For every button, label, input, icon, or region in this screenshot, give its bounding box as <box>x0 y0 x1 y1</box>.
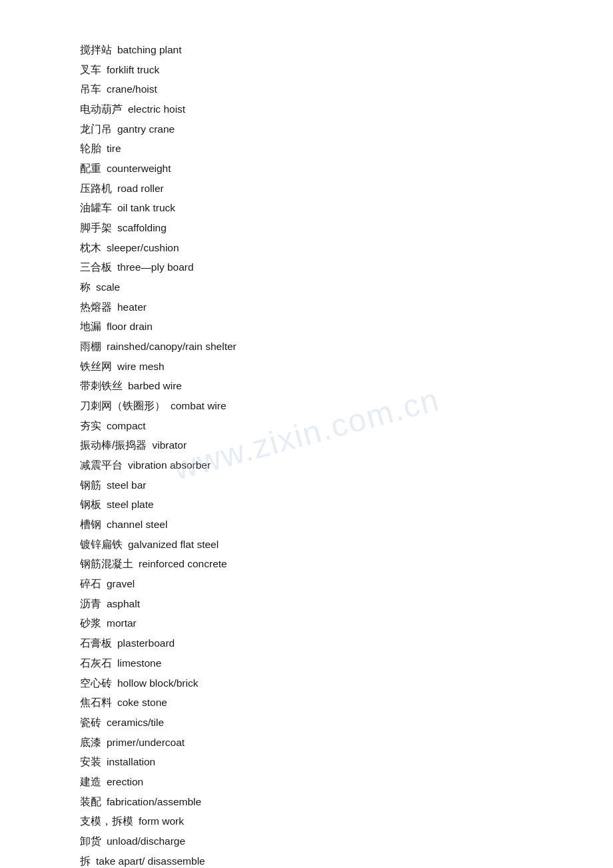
chinese-term: 石膏板 <box>80 633 112 653</box>
chinese-term: 底漆 <box>80 733 101 753</box>
chinese-term: 带刺铁丝 <box>80 376 123 396</box>
chinese-term: 镀锌扁铁 <box>80 535 123 555</box>
chinese-term: 轮胎 <box>80 139 101 159</box>
vocab-item: 电动葫芦electric hoist <box>80 99 533 119</box>
english-term: combat wire <box>171 397 227 416</box>
vocab-item: 配重counterweight <box>80 159 533 179</box>
english-term: three—ply board <box>117 258 194 277</box>
english-term: tire <box>107 139 121 159</box>
vocab-item: 油罐车oil tank truck <box>80 198 533 218</box>
vocab-item: 卸货unload/discharge <box>80 831 533 851</box>
english-term: gantry crane <box>117 120 175 139</box>
english-term: coke stone <box>117 693 167 713</box>
vocab-item: 三合板three—ply board <box>80 257 533 277</box>
chinese-term: 叉车 <box>80 60 101 80</box>
chinese-term: 安装 <box>80 752 101 772</box>
vocab-item: 槽钢channel steel <box>80 515 533 535</box>
vocab-item: 钢筋混凝土reinforced concrete <box>80 554 533 574</box>
chinese-term: 地漏 <box>80 317 101 337</box>
english-term: asphalt <box>107 595 140 614</box>
english-term: installation <box>107 753 155 772</box>
chinese-term: 石灰石 <box>80 653 112 673</box>
english-term: ceramics/tile <box>107 713 164 733</box>
chinese-term: 吊车 <box>80 79 101 99</box>
vocab-item: 支模，拆模form work <box>80 811 533 831</box>
english-term: counterweight <box>107 159 171 179</box>
chinese-term: 压路机 <box>80 179 112 199</box>
vocab-item: 脚手架scaffolding <box>80 218 533 238</box>
english-term: limestone <box>117 654 161 673</box>
vocab-item: 石膏板plasterboard <box>80 633 533 653</box>
vocab-item: 压路机road roller <box>80 179 533 199</box>
chinese-term: 振动棒/振捣器 <box>80 435 147 455</box>
english-term: mortar <box>107 614 137 633</box>
chinese-term: 枕木 <box>80 238 101 258</box>
english-term: forklift truck <box>107 61 159 80</box>
english-term: steel plate <box>107 495 154 515</box>
chinese-term: 砂浆 <box>80 613 101 633</box>
english-term: crane/hoist <box>107 80 157 99</box>
vocab-item: 钢板steel plate <box>80 495 533 515</box>
vocab-item: 焦石料coke stone <box>80 693 533 713</box>
vocab-item: 刀刺网（铁圈形）combat wire <box>80 396 533 416</box>
chinese-term: 卸货 <box>80 831 101 851</box>
vocab-item: 镀锌扁铁galvanized flat steel <box>80 535 533 555</box>
vocabulary-list: 搅拌站batching plant叉车forklift truck吊车crane… <box>80 40 533 868</box>
vocab-item: 吊车crane/hoist <box>80 79 533 99</box>
english-term: batching plant <box>117 41 182 60</box>
vocab-item: 砂浆mortar <box>80 613 533 633</box>
english-term: galvanized flat steel <box>128 535 219 555</box>
vocab-item: 拆take apart/ disassemble <box>80 851 533 868</box>
chinese-term: 刀刺网（铁圈形） <box>80 396 165 416</box>
chinese-term: 装配 <box>80 792 101 812</box>
vocab-item: 轮胎tire <box>80 139 533 159</box>
vocab-item: 铁丝网wire mesh <box>80 357 533 377</box>
vocab-item: 带刺铁丝barbed wire <box>80 376 533 396</box>
english-term: erection <box>107 773 143 792</box>
vocab-item: 称scale <box>80 277 533 297</box>
english-term: channel steel <box>107 515 167 535</box>
english-term: road roller <box>117 179 164 199</box>
chinese-term: 钢板 <box>80 495 101 515</box>
vocab-item: 枕木sleeper/cushion <box>80 238 533 258</box>
chinese-term: 配重 <box>80 159 101 179</box>
english-term: reinforced concrete <box>139 555 227 574</box>
english-term: vibration absorber <box>128 456 211 475</box>
vocab-item: 空心砖hollow block/brick <box>80 673 533 693</box>
english-term: barbed wire <box>128 377 182 396</box>
chinese-term: 夯实 <box>80 416 101 436</box>
vocab-item: 碎石gravel <box>80 574 533 594</box>
chinese-term: 钢筋 <box>80 475 101 495</box>
chinese-term: 拆 <box>80 851 91 868</box>
vocab-item: 搅拌站batching plant <box>80 40 533 60</box>
vocab-item: 雨棚rainshed/canopy/rain shelter <box>80 337 533 357</box>
english-term: form work <box>139 812 184 831</box>
chinese-term: 热熔器 <box>80 297 112 317</box>
chinese-term: 雨棚 <box>80 337 101 357</box>
english-term: wire mesh <box>117 357 165 377</box>
english-term: sleeper/cushion <box>107 239 179 258</box>
chinese-term: 瓷砖 <box>80 713 101 733</box>
chinese-term: 空心砖 <box>80 673 112 693</box>
chinese-term: 减震平台 <box>80 455 123 475</box>
english-term: vibrator <box>152 436 187 455</box>
chinese-term: 支模，拆模 <box>80 811 133 831</box>
vocab-item: 龙门吊gantry crane <box>80 119 533 139</box>
vocab-item: 减震平台vibration absorber <box>80 455 533 475</box>
english-term: unload/discharge <box>107 832 185 851</box>
english-term: heater <box>117 298 147 317</box>
english-term: scale <box>96 278 120 297</box>
chinese-term: 三合板 <box>80 257 112 277</box>
vocab-item: 振动棒/振捣器vibrator <box>80 435 533 455</box>
chinese-term: 脚手架 <box>80 218 112 238</box>
chinese-term: 沥青 <box>80 594 101 614</box>
vocab-item: 钢筋steel bar <box>80 475 533 495</box>
vocab-item: 建造erection <box>80 772 533 792</box>
english-term: take apart/ disassemble <box>96 852 205 868</box>
vocab-item: 叉车forklift truck <box>80 60 533 80</box>
chinese-term: 钢筋混凝土 <box>80 554 133 574</box>
vocab-item: 热熔器heater <box>80 297 533 317</box>
chinese-term: 搅拌站 <box>80 40 112 60</box>
vocab-item: 安装installation <box>80 752 533 772</box>
english-term: plasterboard <box>117 634 175 653</box>
